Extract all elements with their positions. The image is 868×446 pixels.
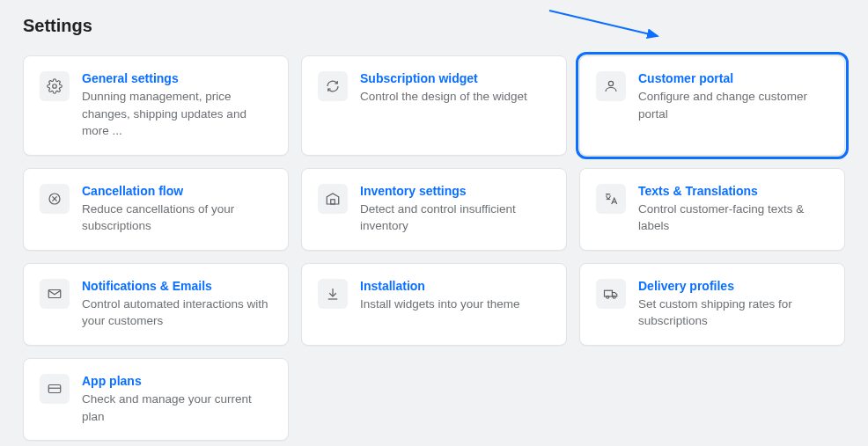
card-description: Install widgets into your theme xyxy=(360,296,550,313)
svg-rect-6 xyxy=(331,199,335,203)
card-content: Cancellation flow Reduce cancellations o… xyxy=(82,184,272,235)
card-delivery-profiles[interactable]: Delivery profiles Set custom shipping ra… xyxy=(579,263,845,346)
svg-point-11 xyxy=(607,296,609,298)
card-content: Installation Install widgets into your t… xyxy=(360,279,550,330)
card-title: Inventory settings xyxy=(360,184,550,198)
warehouse-icon xyxy=(318,184,348,214)
card-subscription-widget[interactable]: Subscription widget Control the design o… xyxy=(301,55,567,156)
svg-rect-7 xyxy=(48,289,61,297)
svg-rect-13 xyxy=(48,384,61,392)
card-description: Check and manage your current plan xyxy=(82,391,272,425)
card-content: App plans Check and manage your current … xyxy=(82,374,272,425)
card-content: Texts & Translations Control customer-fa… xyxy=(638,184,828,235)
download-icon xyxy=(318,279,348,309)
card-inventory-settings[interactable]: Inventory settings Detect and control in… xyxy=(301,168,567,251)
card-title: App plans xyxy=(82,374,272,388)
card-icon xyxy=(40,374,70,404)
card-content: Notifications & Emails Control automated… xyxy=(82,279,272,330)
card-description: Dunning management, price changes, shipp… xyxy=(82,88,272,140)
truck-icon xyxy=(596,279,626,309)
card-customer-portal[interactable]: Customer portal Configure and change cus… xyxy=(579,55,845,156)
translate-icon xyxy=(596,184,626,214)
sync-icon xyxy=(318,71,348,101)
settings-cards-grid: General settings Dunning management, pri… xyxy=(23,55,845,441)
page-title: Settings xyxy=(23,16,845,36)
card-cancellation-flow[interactable]: Cancellation flow Reduce cancellations o… xyxy=(23,168,289,251)
card-notifications-emails[interactable]: Notifications & Emails Control automated… xyxy=(23,263,289,346)
card-content: Inventory settings Detect and control in… xyxy=(360,184,550,235)
card-description: Configure and change customer portal xyxy=(638,88,828,122)
card-title: Cancellation flow xyxy=(82,184,272,198)
card-content: Customer portal Configure and change cus… xyxy=(638,71,828,140)
card-content: General settings Dunning management, pri… xyxy=(82,71,272,140)
card-title: General settings xyxy=(82,71,272,85)
card-description: Control automated interactions with your… xyxy=(82,296,272,330)
card-description: Reduce cancellations of your subscriptio… xyxy=(82,201,272,235)
person-icon xyxy=(596,71,626,101)
svg-point-12 xyxy=(613,296,615,298)
card-installation[interactable]: Installation Install widgets into your t… xyxy=(301,263,567,346)
mail-icon xyxy=(40,279,70,309)
card-description: Control the design of the widget xyxy=(360,88,550,106)
card-texts-translations[interactable]: Texts & Translations Control customer-fa… xyxy=(579,168,845,251)
card-title: Subscription widget xyxy=(360,71,550,85)
card-description: Set custom shipping rates for subscripti… xyxy=(638,296,828,330)
card-app-plans[interactable]: App plans Check and manage your current … xyxy=(23,358,289,441)
card-content: Delivery profiles Set custom shipping ra… xyxy=(638,279,828,330)
card-description: Control customer-facing texts & labels xyxy=(638,201,828,235)
card-title: Installation xyxy=(360,279,550,293)
svg-point-1 xyxy=(53,84,57,89)
card-title: Notifications & Emails xyxy=(82,279,272,293)
card-content: Subscription widget Control the design o… xyxy=(360,71,550,140)
card-title: Delivery profiles xyxy=(638,279,828,293)
cancel-icon xyxy=(40,184,70,214)
card-title: Texts & Translations xyxy=(638,184,828,198)
svg-point-2 xyxy=(608,81,613,85)
card-general-settings[interactable]: General settings Dunning management, pri… xyxy=(23,55,289,156)
card-description: Detect and control insufficient inventor… xyxy=(360,201,550,235)
card-title: Customer portal xyxy=(638,71,828,85)
gear-icon xyxy=(40,71,70,101)
